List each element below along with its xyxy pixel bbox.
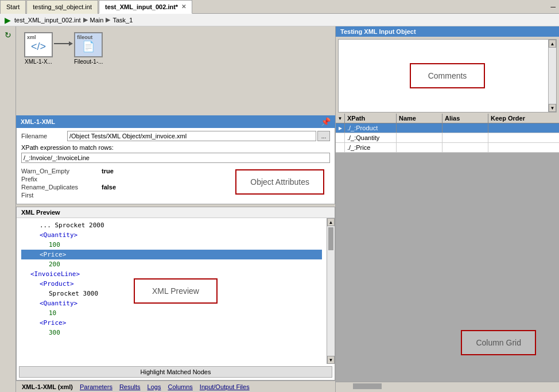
grid-hscrollbar[interactable]: [336, 382, 559, 390]
breadcrumb-arrow-1: ▶: [83, 16, 88, 24]
pin-icon[interactable]: 📌: [321, 117, 331, 126]
tree-line: 100: [21, 240, 322, 250]
grid-cell-xpath: ./_:Quantity: [345, 133, 397, 142]
preview-vscrollbar[interactable]: ▲ ▼: [327, 218, 335, 364]
table-row[interactable]: ./_:Quantity: [336, 133, 559, 143]
comments-area: ▲ ▼ Comments: [338, 39, 557, 112]
breadcrumb-part-2: Main: [90, 17, 104, 24]
highlight-button[interactable]: Highlight Matched Nodes: [19, 366, 332, 378]
grid-cell-name: [397, 143, 442, 152]
form-area: Filename ... XPath expression to match r…: [16, 128, 335, 204]
attr-first: First: [21, 191, 176, 199]
tree-line: ... Sprocket 2000: [21, 220, 322, 230]
grid-cell-xpath: ./_:Product: [345, 123, 397, 133]
center-panel: xml </> XML-1-X... fileout 📄 Fileout-1-.…: [16, 26, 335, 392]
bottom-tab-io-files[interactable]: Input/Output Files: [196, 383, 253, 391]
tree-line: 200: [21, 259, 322, 269]
xml-node[interactable]: xml </> XML-1-X...: [24, 32, 53, 65]
column-grid-area: ▼ XPath Name Alias Keep Order: [336, 114, 559, 390]
grid-header: ▼ XPath Name Alias Keep Order: [336, 114, 559, 123]
browse-button[interactable]: ...: [317, 131, 330, 141]
main-area: ↻ xml </> XML-1-X... fileout: [0, 26, 559, 392]
window-minimize[interactable]: ─: [547, 3, 559, 11]
xml-preview-header: XML Preview: [17, 207, 335, 218]
bottom-tab-parameters[interactable]: Parameters: [76, 383, 116, 391]
bottom-tab-columns[interactable]: Columns: [164, 383, 196, 391]
tree-line-selected: <Price>: [21, 250, 322, 259]
tab-bar: Start testing_sql_object.int test_XML_in…: [0, 0, 559, 14]
xpath-row: [21, 153, 330, 163]
grid-col-name: Name: [397, 114, 442, 123]
close-icon[interactable]: ✕: [181, 3, 186, 10]
xpath-label: XPath expression to match rows:: [21, 144, 114, 151]
tree-line: 300: [21, 328, 322, 337]
bottom-tab-xml[interactable]: XML-1-XML (xml): [18, 383, 76, 391]
attr-prefix: Prefix: [21, 176, 176, 183]
comments-annotation: Comments: [410, 63, 486, 88]
fileout-node-label: Fileout-1-...: [74, 59, 103, 65]
row-arrow-icon: ▶: [339, 126, 342, 131]
grid-cell-keep-order: [488, 133, 559, 142]
object-attributes-annotation: Object Attributes: [235, 169, 324, 195]
breadcrumb-part-1: test_XML_input_002.int: [14, 17, 81, 24]
xml-node-label: XML-1-X...: [25, 59, 52, 65]
panel-header: XML-1-XML 📌: [16, 115, 335, 128]
sidebar-refresh-icon[interactable]: ↻: [2, 29, 14, 41]
play-icon[interactable]: ▶: [5, 15, 11, 25]
grid-cell-xpath: ./_:Price: [345, 143, 397, 152]
grid-col-xpath: XPath: [345, 114, 397, 123]
attr-warn-on-empty: Warn_On_Empty true: [21, 168, 176, 175]
bottom-tab-results[interactable]: Results: [116, 383, 144, 391]
xpath-label-row: XPath expression to match rows:: [21, 143, 330, 152]
tree-line: <InvoiceLine>: [21, 269, 322, 279]
grid-col-alias: Alias: [442, 114, 488, 123]
xml-preview-annotation: XML Preview: [134, 278, 218, 304]
table-row[interactable]: ▶ ./_:Product: [336, 123, 559, 133]
bottom-tabs: XML-1-XML (xml) Parameters Results Logs …: [16, 381, 335, 392]
filename-input[interactable]: [67, 131, 316, 141]
xml-preview-body: ... Sprocket 2000 <Quantity> 100 <Price>…: [17, 218, 335, 364]
tab-start[interactable]: Start: [0, 0, 26, 14]
attributes-area: Warn_On_Empty true Prefix Rename_Duplica…: [21, 166, 330, 201]
breadcrumb-part-3: Task_1: [112, 17, 133, 24]
fileout-node[interactable]: fileout 📄 Fileout-1-...: [74, 32, 103, 65]
grid-cell-alias: [442, 133, 488, 142]
breadcrumb: ▶ test_XML_input_002.int ▶ Main ▶ Task_1: [0, 14, 559, 26]
xpath-input[interactable]: [21, 153, 330, 163]
column-grid-annotation: Column Grid: [461, 330, 536, 355]
bottom-tab-logs[interactable]: Logs: [144, 383, 165, 391]
sort-icon: ▼: [338, 116, 343, 121]
attr-rename-duplicates: Rename_Duplicates false: [21, 184, 176, 191]
tree-line: 10: [21, 308, 322, 318]
grid-cell-alias: [442, 143, 488, 152]
xml-preview-section: XML Preview ... Sprocket 2000 <Quantity>…: [16, 207, 335, 381]
tree-line: <Quantity>: [21, 230, 322, 240]
comments-vscrollbar[interactable]: ▲ ▼: [548, 40, 556, 112]
grid-cell-keep-order: [488, 143, 559, 152]
grid-cell-alias: [442, 123, 488, 133]
grid-cell-name: [397, 123, 442, 133]
breadcrumb-arrow-2: ▶: [106, 16, 110, 24]
right-panel: Testing XML Input Object ▲ ▼ Comments ▼: [335, 26, 559, 392]
filename-label: Filename: [21, 133, 67, 139]
table-row[interactable]: ./_:Price: [336, 143, 559, 153]
right-panel-header: Testing XML Input Object: [336, 26, 559, 37]
node-connector: [54, 41, 73, 46]
grid-cell-name: [397, 133, 442, 142]
section-panel: XML-1-XML 📌 Filename ... XPath expressio…: [16, 115, 335, 392]
canvas-area: xml </> XML-1-X... fileout 📄 Fileout-1-.…: [16, 26, 335, 115]
grid-col-keep-order: Keep Order: [488, 114, 559, 123]
tab-test-xml[interactable]: test_XML_input_002.int* ✕: [99, 0, 192, 14]
left-sidebar: ↻: [0, 26, 16, 392]
filename-row: Filename ...: [21, 131, 330, 141]
tab-testing-sql[interactable]: testing_sql_object.int: [26, 0, 98, 14]
grid-cell-keep-order: [488, 123, 559, 133]
tree-line: <Price>: [21, 318, 322, 328]
